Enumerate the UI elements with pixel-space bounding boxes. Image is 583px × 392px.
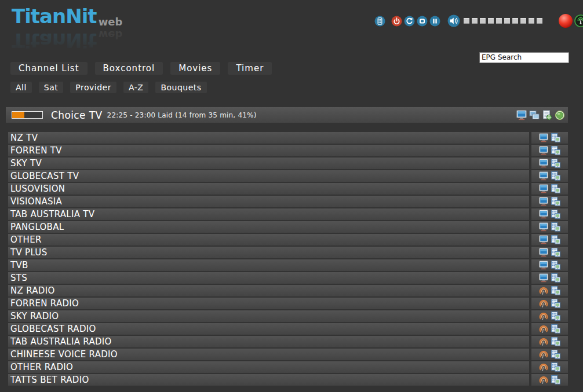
radio-icon[interactable] (539, 312, 548, 321)
volume-segment[interactable] (472, 18, 478, 24)
epg-icon[interactable] (551, 235, 560, 244)
tv-icon[interactable] (539, 261, 548, 270)
channel-name[interactable]: SKY RADIO (8, 310, 529, 322)
channel-name[interactable]: SKY TV (8, 157, 529, 169)
channel-row[interactable]: STS (8, 272, 568, 284)
channel-row[interactable]: CHINEESE VOICE RADIO (8, 349, 568, 360)
tv-icon[interactable] (539, 184, 548, 193)
epg-icon[interactable] (551, 286, 560, 295)
epg-icon[interactable] (551, 146, 560, 155)
epg-icon[interactable] (551, 159, 560, 168)
tv-zap-button[interactable] (516, 110, 527, 120)
tv-icon[interactable] (539, 171, 548, 181)
filter-tab-all[interactable]: All (10, 82, 32, 93)
channel-row[interactable]: TAB AUSTRALIA RADIO (8, 336, 568, 347)
power-button[interactable] (391, 16, 402, 27)
channel-row[interactable]: SKY TV (8, 157, 568, 169)
epg-icon[interactable] (551, 197, 560, 206)
epg-icon[interactable] (551, 248, 560, 257)
volume-segment[interactable] (480, 18, 486, 24)
radio-icon[interactable] (539, 350, 548, 359)
channel-row[interactable]: GLOBECAST TV (8, 170, 568, 182)
epg-icon[interactable] (551, 350, 560, 359)
tv-icon[interactable] (539, 210, 548, 219)
channel-row[interactable]: LUSOVISION (8, 183, 568, 195)
channel-name[interactable]: TAB AUSTRALIA TV (8, 208, 529, 220)
volume-segment[interactable] (537, 18, 542, 24)
epg-icon[interactable] (551, 362, 560, 372)
tv-icon[interactable] (539, 146, 548, 155)
channel-row[interactable]: NZ RADIO (8, 285, 568, 296)
channel-row[interactable]: GLOBECAST RADIO (8, 323, 568, 335)
channel-name[interactable]: OTHER (8, 234, 529, 246)
epg-icon[interactable] (551, 273, 560, 283)
epg-icon[interactable] (551, 171, 560, 181)
epg-icon[interactable] (551, 222, 560, 232)
channel-row[interactable]: VISIONASIA (8, 196, 568, 207)
channel-name[interactable]: FORREN RADIO (8, 298, 529, 309)
channel-name[interactable]: VISIONASIA (8, 196, 529, 207)
epg-icon[interactable] (551, 210, 560, 219)
radio-icon[interactable] (539, 299, 548, 308)
channel-name[interactable]: FORREN TV (8, 145, 529, 156)
stream-globe-button[interactable] (555, 110, 565, 120)
epg-icon[interactable] (551, 261, 560, 270)
channel-name[interactable]: NZ TV (8, 132, 529, 144)
filter-tab-bouquets[interactable]: Bouquets (155, 82, 206, 93)
channel-row[interactable]: TVB (8, 259, 568, 271)
epg-icon[interactable] (551, 184, 560, 193)
epg-search-input[interactable] (479, 52, 569, 63)
nav-tab-boxcontrol[interactable]: Boxcontrol (95, 62, 163, 75)
volume-segment[interactable] (504, 18, 510, 24)
filter-tab-a-z[interactable]: A-Z (123, 82, 148, 93)
channel-name[interactable]: TATTS BET RADIO (8, 374, 529, 386)
channel-row[interactable]: TATTS BET RADIO (8, 374, 568, 386)
channel-row[interactable]: OTHER (8, 234, 568, 246)
channel-row[interactable]: FORREN TV (8, 145, 568, 156)
nav-tab-timer[interactable]: Timer (228, 62, 272, 75)
channel-row[interactable]: OTHER RADIO (8, 361, 568, 373)
radio-icon[interactable] (539, 324, 548, 334)
stop-button[interactable] (417, 16, 428, 27)
tv-icon[interactable] (539, 197, 548, 206)
channel-name[interactable]: LUSOVISION (8, 183, 529, 195)
restart-button[interactable] (404, 16, 415, 27)
tv-icon[interactable] (539, 273, 548, 283)
mute-button[interactable] (447, 14, 460, 27)
tv-icon[interactable] (539, 222, 548, 232)
epg-icon[interactable] (551, 133, 560, 142)
volume-segment[interactable] (512, 18, 518, 24)
channel-name[interactable]: GLOBECAST RADIO (8, 323, 529, 335)
channel-name[interactable]: GLOBECAST TV (8, 170, 529, 182)
tv-icon[interactable] (539, 159, 548, 168)
volume-segment[interactable] (529, 18, 534, 24)
channel-name[interactable]: CHINEESE VOICE RADIO (8, 349, 529, 360)
channel-row[interactable]: PANGLOBAL (8, 221, 568, 233)
filter-tab-sat[interactable]: Sat (39, 82, 63, 93)
radio-icon[interactable] (539, 375, 548, 384)
stream-button[interactable] (574, 14, 583, 27)
epg-icon[interactable] (551, 375, 560, 384)
epg-icon[interactable] (551, 312, 560, 321)
volume-segment[interactable] (520, 18, 526, 24)
volume-segment[interactable] (464, 18, 469, 24)
tv-icon[interactable] (539, 248, 548, 257)
remote-button[interactable] (374, 16, 385, 27)
channel-name[interactable]: TAB AUSTRALIA RADIO (8, 336, 529, 347)
channel-name[interactable]: TVB (8, 259, 529, 271)
epg-icon[interactable] (551, 337, 560, 346)
epg-icon[interactable] (551, 299, 560, 308)
epg-icon[interactable] (551, 324, 560, 334)
radio-icon[interactable] (539, 337, 548, 346)
screenshot-button[interactable] (529, 110, 540, 120)
channel-name[interactable]: TV PLUS (8, 247, 529, 258)
channel-name[interactable]: PANGLOBAL (8, 221, 529, 233)
radio-icon[interactable] (539, 362, 548, 372)
tv-icon[interactable] (539, 235, 548, 244)
channel-name[interactable]: NZ RADIO (8, 285, 529, 296)
radio-icon[interactable] (539, 286, 548, 295)
channel-row[interactable]: TAB AUSTRALIA TV (8, 208, 568, 220)
nav-tab-channel-list[interactable]: Channel List (10, 62, 88, 75)
channel-row[interactable]: FORREN RADIO (8, 298, 568, 309)
volume-segment[interactable] (496, 18, 502, 24)
